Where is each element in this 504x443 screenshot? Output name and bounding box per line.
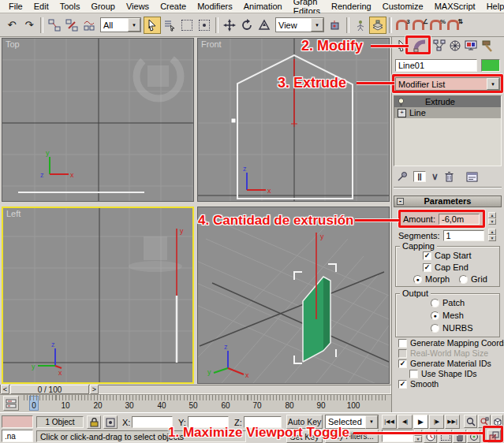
viewport-canvas-front[interactable]: z x bbox=[198, 39, 389, 201]
select-and-rotate-button[interactable] bbox=[238, 17, 256, 34]
undo-button[interactable]: ↶ bbox=[3, 17, 21, 34]
cap-start-checkbox[interactable]: ✓Cap Start bbox=[423, 251, 471, 260]
patch-radio[interactable]: Patch bbox=[431, 298, 465, 307]
smooth-checkbox[interactable]: ✓Smooth bbox=[398, 379, 439, 389]
chevron-down-icon[interactable]: ▼ bbox=[311, 18, 323, 32]
viewport-canvas-top[interactable]: y x z bbox=[2, 39, 193, 201]
zoom-button[interactable] bbox=[464, 415, 477, 428]
segments-field[interactable]: 1 bbox=[443, 230, 484, 241]
menu-views[interactable]: Views bbox=[121, 2, 155, 11]
nurbs-radio[interactable]: NURBS bbox=[431, 323, 473, 333]
previous-frame-button[interactable]: ◀| bbox=[398, 415, 413, 429]
selection-lock-toggle[interactable] bbox=[87, 415, 101, 429]
go-to-end-button[interactable]: ▶▶| bbox=[445, 415, 460, 429]
menu-tools[interactable]: Tools bbox=[54, 2, 86, 11]
viewport-left[interactable]: y z y x Left bbox=[2, 207, 194, 384]
snaps-toggle-3d[interactable]: 3 bbox=[394, 17, 412, 34]
remove-modifier-icon[interactable] bbox=[444, 171, 454, 182]
menu-animation[interactable]: Animation bbox=[238, 2, 288, 11]
cap-end-checkbox[interactable]: ✓Cap End bbox=[423, 262, 469, 272]
viewport-top[interactable]: y x z Top bbox=[2, 38, 194, 202]
select-and-move-button[interactable] bbox=[221, 17, 238, 34]
select-and-manipulate-button[interactable] bbox=[352, 17, 369, 34]
tab-utilities[interactable] bbox=[479, 38, 495, 54]
tab-display[interactable] bbox=[462, 38, 479, 54]
tab-hierarchy[interactable] bbox=[431, 38, 447, 54]
chevron-down-icon[interactable]: ▼ bbox=[365, 415, 378, 429]
spinner-up-icon[interactable]: ▲ bbox=[488, 212, 496, 218]
use-shape-ids-checkbox[interactable]: Use Shape IDs bbox=[409, 369, 477, 378]
modifier-list-dropdown[interactable]: Modifier List ▼ bbox=[395, 77, 500, 91]
menu-customize[interactable]: Customize bbox=[377, 2, 429, 11]
angle-snap-toggle[interactable]: ∠ bbox=[412, 17, 429, 34]
spinner-up-icon[interactable]: ▲ bbox=[488, 229, 496, 235]
maxscript-mini-listener-white[interactable]: .na bbox=[2, 430, 33, 442]
chevron-down-icon[interactable]: ▼ bbox=[128, 18, 140, 32]
window-crossing-toggle[interactable] bbox=[196, 17, 213, 34]
reference-coordinate-system-dropdown[interactable]: View ▼ bbox=[275, 17, 324, 32]
time-slider-prev-button[interactable]: < bbox=[1, 385, 9, 394]
redo-button[interactable]: ↷ bbox=[21, 17, 38, 34]
viewport-perspective[interactable]: y z y x bbox=[197, 207, 390, 384]
mesh-radio[interactable]: ●Mesh bbox=[431, 311, 464, 320]
show-end-result-toggle[interactable]: || bbox=[413, 171, 426, 182]
morph-radio[interactable]: ●Morph bbox=[413, 274, 450, 284]
viewport-canvas-left[interactable]: y z y x bbox=[3, 208, 192, 382]
absolute-mode-transform-toggle[interactable] bbox=[103, 415, 118, 429]
menu-create[interactable]: Create bbox=[155, 2, 192, 11]
amount-field[interactable]: -6,0m bbox=[439, 214, 480, 225]
time-slider-handle[interactable]: 0 / 100 bbox=[10, 385, 89, 394]
pin-stack-icon[interactable] bbox=[397, 171, 408, 182]
next-frame-button[interactable]: |▶ bbox=[429, 415, 444, 429]
generate-material-ids-checkbox[interactable]: ✓Generate Material IDs bbox=[398, 359, 491, 368]
maxscript-mini-listener-pink[interactable] bbox=[2, 415, 33, 428]
go-to-start-button[interactable]: |◀◀ bbox=[382, 415, 397, 429]
select-by-name-button[interactable] bbox=[161, 17, 178, 34]
viewport-front[interactable]: z x Front bbox=[197, 38, 390, 202]
object-name-field[interactable]: Line01 bbox=[395, 59, 477, 72]
spinner-down-icon[interactable]: ▼ bbox=[414, 436, 422, 442]
select-and-scale-button[interactable] bbox=[256, 17, 273, 34]
menu-edit[interactable]: Edit bbox=[28, 2, 54, 11]
parameters-rollout-header[interactable]: - Parameters bbox=[394, 195, 502, 207]
rectangular-selection-region-button[interactable] bbox=[178, 17, 196, 34]
keyboard-shortcut-override-toggle[interactable] bbox=[369, 17, 386, 34]
menu-help[interactable]: Help bbox=[481, 2, 504, 11]
menu-modifiers[interactable]: Modifiers bbox=[192, 2, 238, 11]
toolbar-separator bbox=[40, 17, 43, 33]
ruler-tick-label: 80 bbox=[282, 401, 297, 410]
selection-filter-dropdown[interactable]: All ▼ bbox=[100, 17, 141, 32]
configure-modifier-sets-icon[interactable] bbox=[466, 172, 478, 182]
select-object-button[interactable] bbox=[144, 17, 161, 34]
expand-plus-icon[interactable]: + bbox=[398, 109, 406, 117]
grid-radio[interactable]: Grid bbox=[459, 274, 487, 284]
use-pivot-point-center-button[interactable] bbox=[327, 17, 344, 34]
amount-spinner[interactable]: ▲▼ bbox=[488, 212, 496, 225]
real-world-map-size-checkbox[interactable]: Real-World Map Size bbox=[398, 348, 488, 358]
stack-item-line[interactable]: + Line bbox=[394, 107, 501, 118]
viewport-canvas-perspective[interactable]: y z y x bbox=[198, 207, 389, 383]
stack-item-extrude[interactable]: Extrude bbox=[394, 96, 501, 107]
percent-snap-toggle[interactable]: % bbox=[429, 17, 446, 34]
spinner-down-icon[interactable]: ▼ bbox=[488, 235, 496, 241]
spinner-snap-toggle[interactable]: ⇅ bbox=[446, 17, 464, 34]
make-unique-icon[interactable]: ∨ bbox=[431, 171, 439, 182]
segments-spinner[interactable]: ▲▼ bbox=[488, 229, 496, 241]
time-slider-next-button[interactable]: > bbox=[90, 385, 99, 394]
menu-maxscript[interactable]: MAXScript bbox=[429, 2, 481, 11]
object-color-swatch[interactable] bbox=[481, 59, 500, 72]
tab-motion[interactable] bbox=[446, 38, 463, 54]
unlink-button[interactable] bbox=[63, 17, 80, 34]
select-and-link-button[interactable] bbox=[46, 17, 63, 34]
spinner-down-icon[interactable]: ▼ bbox=[488, 218, 496, 225]
play-button[interactable]: ▶ bbox=[413, 415, 428, 429]
menu-file[interactable]: File bbox=[3, 2, 28, 11]
generate-mapping-coords-checkbox[interactable]: Generate Mapping Coords. bbox=[398, 338, 504, 348]
bind-to-space-warp-button[interactable] bbox=[80, 17, 98, 34]
menu-group[interactable]: Group bbox=[85, 2, 121, 11]
collapse-icon[interactable]: - bbox=[397, 198, 404, 205]
menu-rendering[interactable]: Rendering bbox=[326, 2, 377, 11]
open-mini-curve-editor-button[interactable] bbox=[3, 396, 19, 411]
chevron-down-icon[interactable]: ▼ bbox=[487, 78, 499, 90]
x-coord-field[interactable] bbox=[132, 416, 173, 428]
